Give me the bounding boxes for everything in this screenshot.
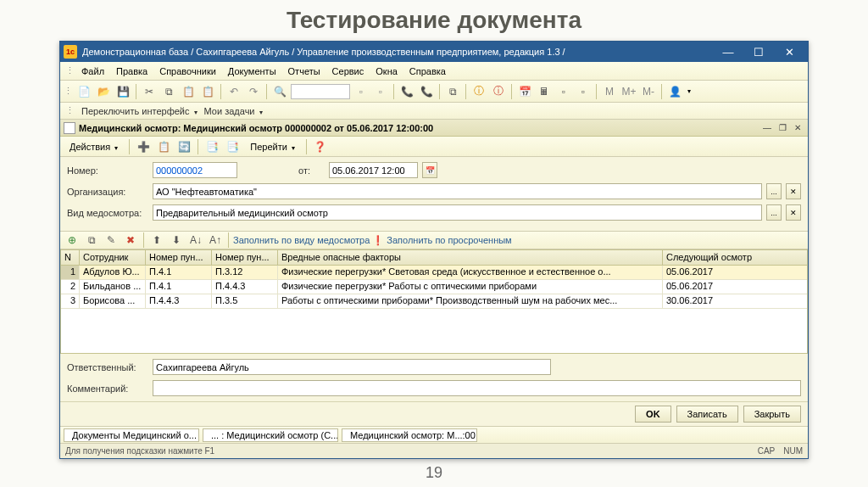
document-icon [64,122,75,134]
label-resp: Ответственный: [67,362,147,372]
user-icon[interactable]: 👤 [666,83,683,100]
doc-max-button[interactable]: ❐ [776,121,789,135]
col-p1[interactable]: Номер пун... [146,250,212,265]
table-row[interactable]: 2 Бильданов ... П.4.1 П.4.4.3 Физические… [61,280,807,294]
sort-desc-icon[interactable]: A↑ [207,232,224,249]
open-icon[interactable]: 📂 [95,83,112,100]
sort-asc-icon[interactable]: A↓ [187,232,204,249]
new-icon[interactable]: 📄 [75,83,92,100]
search-input[interactable] [291,84,350,99]
menu-file[interactable]: Файл [76,64,109,78]
calc-icon[interactable]: 🖩 [536,83,553,100]
calendar-icon[interactable]: 📅 [516,83,533,100]
call2-icon[interactable]: 📞 [418,83,435,100]
label-comment: Комментарий: [67,383,147,394]
row-edit-icon[interactable]: ✎ [103,232,120,249]
row-up-icon[interactable]: ⬆ [148,232,165,249]
add-icon[interactable]: ➕ [135,138,152,155]
redo-icon[interactable]: ↷ [245,83,262,100]
type-field[interactable]: Предварительный медицинский осмотр [153,204,762,221]
search-icon[interactable]: 🔍 [271,83,288,100]
paste-icon[interactable]: 📋 [180,83,197,100]
resp-field[interactable]: Сахипгареева Айгуль [153,359,551,375]
tool-d-icon[interactable]: ▫ [575,83,592,100]
close-doc-button[interactable]: Закрыть [743,406,801,423]
m-icon[interactable]: M [601,83,618,100]
button-row: OK Записать Закрыть [60,401,808,426]
grid-toolbar: ⊕ ⧉ ✎ ✖ ⬆ ⬇ A↓ A↑ Заполнить по виду медо… [60,231,808,249]
org-select-icon[interactable]: ... [766,183,782,199]
number-field[interactable]: 000000002 [153,162,237,178]
org-clear-icon[interactable]: ✕ [786,183,801,199]
copydoc-icon[interactable]: ⧉ [444,83,461,100]
row-add-icon[interactable]: ⊕ [64,232,81,249]
actions-button[interactable]: Действия ▾ [64,139,124,154]
doc-close-button[interactable]: ✕ [791,121,804,135]
app-window: 1c Демонстрационная база / Сахипгареева … [59,41,809,459]
menu-documents[interactable]: Документы [223,64,281,78]
status-cap: CAP [758,446,776,456]
type-clear-icon[interactable]: ✕ [786,204,801,221]
tool-a-icon[interactable]: ▫ [353,83,370,100]
bottom-tab[interactable]: Медицинский осмотр: М...:00 [342,428,477,442]
doc-min-button[interactable]: — [760,121,774,135]
minimize-button[interactable]: — [713,42,743,61]
menu-reports[interactable]: Отчеты [283,64,326,78]
menu-service[interactable]: Сервис [327,64,370,78]
col-factors[interactable]: Вредные опасные факторы [278,250,663,265]
col-employee[interactable]: Сотрудник [80,250,146,265]
fill-by-type[interactable]: Заполнить по виду медосмотра [233,235,370,245]
fill-overdue[interactable]: Заполнить по просроченным [387,235,511,245]
status-hint: Для получения подсказки нажмите F1 [65,446,214,456]
post-icon[interactable]: 📑 [203,138,220,155]
table-row[interactable]: 1 Абдулов Ю... П.4.1 П.3.12 Физические п… [61,266,807,280]
row-down-icon[interactable]: ⬇ [168,232,185,249]
undo-icon[interactable]: ↶ [225,83,242,100]
goto-button[interactable]: Перейти ▾ [244,139,301,154]
copy-icon[interactable]: ⧉ [160,83,177,100]
date-field[interactable]: 05.06.2017 12:00 [329,162,418,178]
col-p2[interactable]: Номер пун... [212,250,278,265]
info-icon[interactable]: ⓘ [490,83,507,100]
tool-c-icon[interactable]: ▫ [555,83,572,100]
save-icon[interactable]: 💾 [114,83,131,100]
unpost-icon[interactable]: 📑 [224,138,241,155]
save2-icon[interactable]: 📋 [155,138,172,155]
row-delete-icon[interactable]: ✖ [122,232,139,249]
row-copy-icon[interactable]: ⧉ [83,232,100,249]
menu-edit[interactable]: Правка [111,64,153,78]
tool-b-icon[interactable]: ▫ [372,83,389,100]
save-button[interactable]: Записать [676,406,738,423]
page-number: 19 [0,459,868,482]
date-picker-icon[interactable]: 📅 [422,162,437,178]
col-n[interactable]: N [61,250,80,265]
call-icon[interactable]: 📞 [398,83,415,100]
type-select-icon[interactable]: ... [766,204,782,221]
bottom-tabs: Документы Медицинский о... ... : Медицин… [60,426,808,443]
table-row[interactable]: 3 Борисова ... П.4.4.3 П.3.5 Работы с оп… [61,294,807,309]
org-field[interactable]: АО "Нефтеавтоматика" [153,183,762,199]
menu-catalogs[interactable]: Справочники [154,64,221,78]
comment-field[interactable] [153,380,801,396]
ok-button[interactable]: OK [635,406,671,423]
help2-icon[interactable]: ❓ [312,138,329,155]
main-toolbar: ⋮ 📄 📂 💾 ✂ ⧉ 📋 📋 ↶ ↷ 🔍 ▫ ▫ 📞 📞 ⧉ ⓘ ⓘ [60,81,808,103]
refresh-icon[interactable]: 🔄 [175,138,192,155]
my-tasks[interactable]: Мои задачи ▾ [204,106,263,116]
maximize-button[interactable]: ☐ [743,42,774,61]
menu-help[interactable]: Справка [404,64,451,78]
col-next[interactable]: Следующий осмотр [663,250,807,265]
bottom-tab[interactable]: Документы Медицинский о... [64,428,199,442]
cut-icon[interactable]: ✂ [141,83,158,100]
menu-windows[interactable]: Окна [370,64,403,78]
statusbar: Для получения подсказки нажмите F1 CAP N… [60,443,808,458]
paste2-icon[interactable]: 📋 [199,83,216,100]
mminus-icon[interactable]: M- [640,83,657,100]
help-icon[interactable]: ⓘ [470,83,487,100]
close-button[interactable]: ✕ [774,42,804,61]
document-title: Медицинский осмотр: Медицинский осмотр 0… [79,123,433,133]
label-from: от: [298,165,324,176]
bottom-tab[interactable]: ... : Медицинский осмотр (С... [203,428,338,442]
mplus-icon[interactable]: M+ [620,83,637,100]
switch-interface[interactable]: Переключить интерфейс ▾ [81,106,198,116]
